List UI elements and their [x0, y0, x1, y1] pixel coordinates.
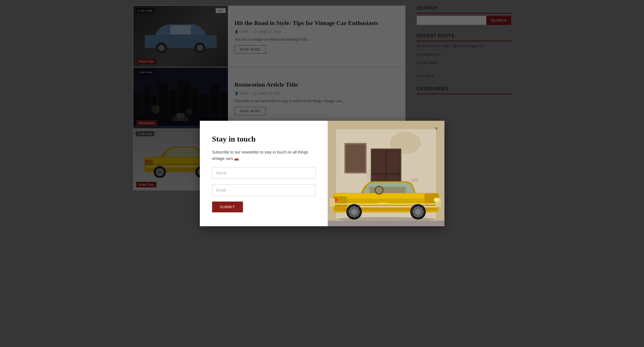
modal-left: Stay in touch Subscribe to our newslette… [200, 121, 328, 226]
modal-title: Stay in touch [212, 135, 315, 144]
modal-container: Stay in touch Subscribe to our newslette… [200, 121, 444, 226]
modal-submit-button[interactable]: SUBMIT [212, 202, 243, 212]
svg-rect-63 [330, 198, 335, 206]
modal-name-input[interactable] [212, 167, 315, 179]
modal-overlay[interactable]: Stay in touch Subscribe to our newslette… [0, 0, 644, 347]
svg-rect-47 [373, 151, 385, 173]
svg-rect-44 [346, 144, 365, 172]
svg-rect-57 [335, 193, 437, 198]
modal-description: Subscribe to our newsletter to stay in t… [212, 149, 315, 162]
modal-close-button[interactable]: × [433, 125, 441, 132]
svg-rect-67 [335, 203, 437, 205]
modal-email-input[interactable] [212, 184, 315, 196]
modal-right: xkB [328, 121, 444, 226]
svg-rect-58 [333, 196, 347, 207]
svg-point-61 [434, 198, 439, 202]
svg-rect-48 [387, 151, 399, 173]
svg-rect-52 [328, 221, 444, 226]
